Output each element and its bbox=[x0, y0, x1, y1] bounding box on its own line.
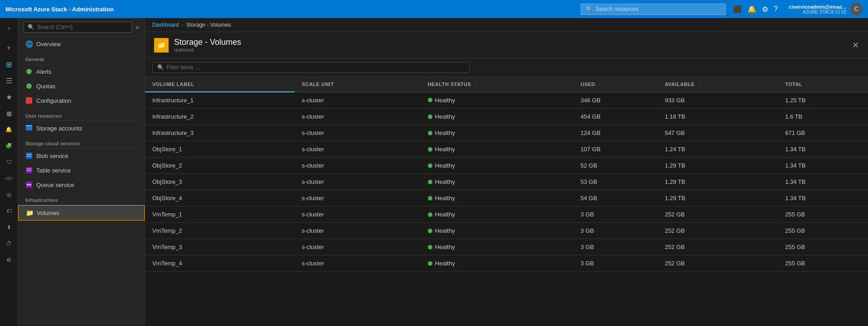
table-row[interactable]: ObjStore_1 s-cluster Healthy 107 GB 1.24… bbox=[145, 141, 868, 158]
help-icon[interactable]: ? bbox=[774, 5, 778, 13]
table-row[interactable]: ObjStore_2 s-cluster Healthy 52 GB 1.29 … bbox=[145, 158, 868, 174]
extensions-icon[interactable]: 🧩 bbox=[1, 138, 17, 154]
tags-icon[interactable]: 🏷 bbox=[1, 203, 17, 219]
sidebar-item-alerts[interactable]: Alerts bbox=[18, 64, 145, 79]
cell-scale-unit: s-cluster bbox=[295, 141, 421, 158]
status-dot bbox=[428, 261, 432, 266]
sidebar-item-label: Volumes bbox=[37, 210, 59, 216]
table-row[interactable]: Infrastructure_3 s-cluster Healthy 124 G… bbox=[145, 125, 868, 141]
sidebar-item-configuration[interactable]: Configuration bbox=[18, 93, 145, 108]
filter-container[interactable]: 🔍 bbox=[152, 62, 470, 73]
cell-scale-unit: s-cluster bbox=[295, 158, 421, 174]
cell-total: 1.34 TB bbox=[778, 174, 868, 190]
cell-health-status: Healthy bbox=[421, 255, 573, 272]
table-row[interactable]: VmTemp_3 s-cluster Healthy 3 GB 252 GB 2… bbox=[145, 239, 868, 255]
col-total[interactable]: TOTAL ↕ bbox=[778, 77, 868, 92]
sidebar-item-label: Alerts bbox=[36, 68, 51, 75]
cell-health-status: Healthy bbox=[421, 239, 573, 255]
sidebar-item-quotas[interactable]: Quotas bbox=[18, 79, 145, 93]
overview-icon: 🌐 bbox=[25, 40, 33, 48]
cell-total: 255 GB bbox=[778, 255, 868, 272]
search-bar[interactable]: 🔍 bbox=[581, 4, 726, 15]
table-row[interactable]: Infrastructure_2 s-cluster Healthy 454 G… bbox=[145, 109, 868, 125]
sidebar-item-queue-service[interactable]: Queue service bbox=[18, 177, 145, 192]
status-text: Healthy bbox=[435, 195, 455, 201]
sidebar-item-label: Storage accounts bbox=[36, 125, 82, 132]
all-services-icon[interactable]: ☰ bbox=[1, 72, 17, 89]
cell-volume-label: VmTemp_4 bbox=[145, 255, 295, 272]
cell-total: 1.34 TB bbox=[778, 141, 868, 158]
status-text: Healthy bbox=[435, 97, 455, 104]
user-tenant: AZURE STACK CI 02 bbox=[803, 10, 846, 14]
portal-icon[interactable]: ⬛ bbox=[733, 5, 742, 14]
monitor-icon[interactable]: ◎ bbox=[1, 187, 17, 203]
nav-search-input[interactable] bbox=[37, 24, 128, 30]
col-scale-unit[interactable]: SCALE UNIT ↕ bbox=[295, 77, 421, 92]
expand-sidebar-button[interactable]: » bbox=[1, 20, 17, 36]
code-icon[interactable]: </> bbox=[1, 170, 17, 187]
cell-used: 3 GB bbox=[573, 255, 658, 272]
breadcrumb: Dashboard › Storage - Volumes bbox=[145, 18, 868, 32]
cell-total: 671 GB bbox=[778, 125, 868, 141]
search-input[interactable] bbox=[596, 6, 721, 12]
filter-input[interactable] bbox=[167, 64, 465, 71]
cell-used: 3 GB bbox=[573, 206, 658, 223]
sidebar-item-blob-service[interactable]: Blob service bbox=[18, 149, 145, 163]
table-row[interactable]: ObjStore_4 s-cluster Healthy 54 GB 1.29 … bbox=[145, 190, 868, 206]
svg-rect-12 bbox=[27, 184, 31, 186]
col-used[interactable]: USED ↕ bbox=[573, 77, 658, 92]
filter-icon: 🔍 bbox=[157, 64, 164, 71]
topbar-icons: ⬛ 🔔 ⚙ ? bbox=[733, 5, 778, 14]
cell-used: 3 GB bbox=[573, 239, 658, 255]
svg-rect-3 bbox=[26, 126, 32, 130]
configuration-icon bbox=[25, 97, 33, 104]
download-icon[interactable]: ⬇ bbox=[1, 219, 17, 235]
nav-search[interactable]: 🔍 bbox=[24, 22, 132, 33]
table-row[interactable]: VmTemp_2 s-cluster Healthy 3 GB 252 GB 2… bbox=[145, 223, 868, 239]
cell-scale-unit: s-cluster bbox=[295, 190, 421, 206]
notifications-icon[interactable]: 🔔 bbox=[747, 5, 756, 14]
alerts-icon bbox=[25, 68, 33, 75]
cell-scale-unit: s-cluster bbox=[295, 92, 421, 109]
collapse-nav-button[interactable]: « bbox=[136, 24, 139, 31]
sort-icon: ↕ bbox=[698, 82, 701, 87]
cell-used: 107 GB bbox=[573, 141, 658, 158]
svg-rect-6 bbox=[27, 154, 31, 155]
grid-icon[interactable]: ▦ bbox=[1, 105, 17, 121]
settings-icon[interactable]: ⚙ bbox=[762, 5, 768, 14]
recent-icon[interactable]: ⏱ bbox=[1, 235, 17, 252]
cell-available: 252 GB bbox=[658, 223, 778, 239]
notifications-sidebar-icon[interactable]: 🔔 bbox=[1, 121, 17, 138]
col-volume-label[interactable]: VOLUME LABEL ↑ bbox=[145, 77, 295, 92]
cell-volume-label: Infrastructure_1 bbox=[145, 92, 295, 109]
close-button[interactable]: ✕ bbox=[852, 40, 859, 50]
status-dot bbox=[428, 115, 432, 119]
table-row[interactable]: VmTemp_4 s-cluster Healthy 3 GB 252 GB 2… bbox=[145, 255, 868, 272]
sidebar-item-label: Queue service bbox=[36, 182, 74, 188]
sidebar-item-table-service[interactable]: Table service bbox=[18, 163, 145, 177]
table-row[interactable]: ObjStore_3 s-cluster Healthy 53 GB 1.29 … bbox=[145, 174, 868, 190]
cell-health-status: Healthy bbox=[421, 141, 573, 158]
status-text: Healthy bbox=[435, 227, 455, 234]
col-available[interactable]: AVAILABLE ↕ bbox=[658, 77, 778, 92]
settings-sidebar-icon[interactable]: ⚙ bbox=[1, 252, 17, 268]
status-text: Healthy bbox=[435, 146, 455, 153]
user-name: ciserviceadmin@msaz... bbox=[789, 4, 846, 10]
sidebar-item-storage-accounts[interactable]: Storage accounts bbox=[18, 121, 145, 135]
sidebar-item-overview[interactable]: 🌐 Overview bbox=[18, 37, 145, 51]
cell-scale-unit: s-cluster bbox=[295, 125, 421, 141]
table-row[interactable]: Infrastructure_1 s-cluster Healthy 346 G… bbox=[145, 92, 868, 109]
sort-icon: ↕ bbox=[599, 82, 601, 87]
breadcrumb-dashboard[interactable]: Dashboard bbox=[152, 22, 179, 28]
security-icon[interactable]: 🛡 bbox=[1, 154, 17, 170]
user-menu[interactable]: ciserviceadmin@msaz... AZURE STACK CI 02… bbox=[783, 3, 863, 15]
col-health-status[interactable]: HEALTH STATUS ↕ bbox=[421, 77, 573, 92]
table-row[interactable]: VmTemp_1 s-cluster Healthy 3 GB 252 GB 2… bbox=[145, 206, 868, 223]
status-dot bbox=[428, 196, 432, 201]
dashboard-icon[interactable]: ⊞ bbox=[1, 56, 17, 72]
page-title: Storage - Volumes bbox=[174, 38, 847, 47]
favorites-icon[interactable]: ★ bbox=[1, 89, 17, 105]
status-dot bbox=[428, 245, 432, 249]
new-resource-button[interactable]: + bbox=[1, 40, 17, 56]
sidebar-item-volumes[interactable]: 📁 Volumes bbox=[18, 205, 145, 221]
